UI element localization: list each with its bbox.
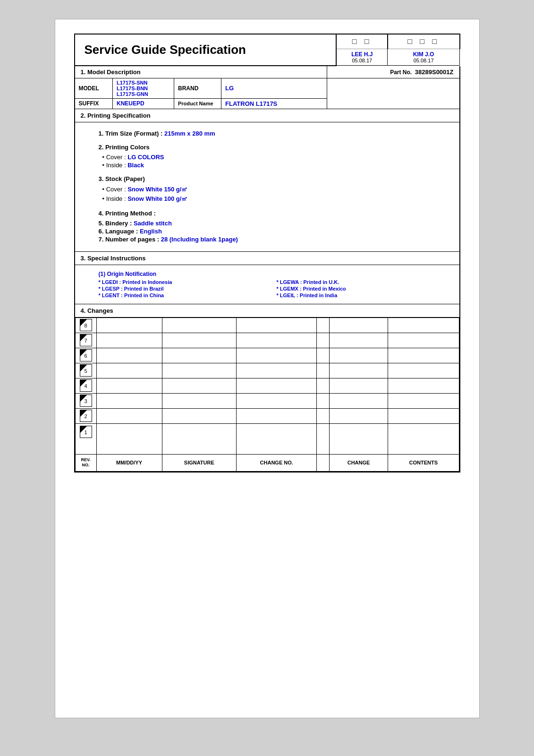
suffix-row: SUFFIX KNEUEPD Product Name FLATRON L171… xyxy=(75,98,327,109)
change-cell-1 xyxy=(330,423,388,454)
item2-inside: • Inside : Black xyxy=(102,162,445,169)
rev-cell-6: 6 xyxy=(75,348,96,363)
rev-cell-7: 7 xyxy=(75,333,96,348)
rev-cell-8: 8 xyxy=(75,318,96,333)
page: Service Guide Specification □ □ □ □ □ LE… xyxy=(55,19,480,718)
table-row: 2 xyxy=(75,408,459,423)
empty-cell-6 xyxy=(317,348,330,363)
col-header-mmddyy: MM/DD/YY xyxy=(96,454,162,471)
changeno-cell-3 xyxy=(237,393,317,408)
change-cell-7 xyxy=(330,333,388,348)
col-header-empty xyxy=(317,454,330,471)
empty-cell-7 xyxy=(317,333,330,348)
approver1-block: LEE H.J 05.08.17 xyxy=(336,49,387,66)
contents-cell-3 xyxy=(388,393,459,408)
origin-lgemx: * LGEMX : Printed in Mexico xyxy=(277,286,445,292)
section3: 3. Special Instructions (1) Origin Notif… xyxy=(75,252,459,304)
empty-cell-4 xyxy=(317,378,330,393)
change-cell-5 xyxy=(330,363,388,378)
contents-cell-8 xyxy=(388,318,459,333)
empty-cell-3 xyxy=(317,393,330,408)
contents-cell-6 xyxy=(388,348,459,363)
empty-cell-2 xyxy=(317,408,330,423)
col-header-change: CHANGE xyxy=(330,454,388,471)
item3-header: 3. Stock (Paper) xyxy=(99,175,445,182)
model-brand-area: MODEL L1717S-SNNL1717S-BNNL1717S-GNN BRA… xyxy=(75,78,327,109)
contents-cell-7 xyxy=(388,333,459,348)
table-row: 6 xyxy=(75,348,459,363)
header-table: Service Guide Specification □ □ □ □ □ LE… xyxy=(74,34,460,66)
item4: 4. Printing Method : xyxy=(99,210,445,217)
product-name-label: Product Name xyxy=(174,98,221,109)
contents-cell-2 xyxy=(388,408,459,423)
item6: 6. Language : English xyxy=(99,228,445,235)
changeno-cell-4 xyxy=(237,378,317,393)
col-header-signature: SIGNATURE xyxy=(162,454,236,471)
model-inner-table: MODEL L1717S-SNNL1717S-BNNL1717S-GNN BRA… xyxy=(75,78,327,109)
item3-cover: • Cover : Snow White 150 g/㎡ xyxy=(102,185,445,194)
contents-cell-5 xyxy=(388,363,459,378)
item3-inside: • Inside : Snow White 100 g/㎡ xyxy=(102,195,445,203)
changeno-cell-1 xyxy=(237,423,317,454)
change-cell-2 xyxy=(330,408,388,423)
date-cell-6 xyxy=(96,348,162,363)
sig-cell-4 xyxy=(162,378,236,393)
sig-cell-2 xyxy=(162,408,236,423)
changeno-cell-2 xyxy=(237,408,317,423)
table-row: 1 xyxy=(75,423,459,454)
change-cell-4 xyxy=(330,378,388,393)
change-cell-3 xyxy=(330,393,388,408)
col-header-changeno: CHANGE NO. xyxy=(237,454,317,471)
date-cell-8 xyxy=(96,318,162,333)
origin-lgedi: * LGEDI : Printed in Indonesia xyxy=(99,279,267,285)
changeno-cell-5 xyxy=(237,363,317,378)
date-cell-5 xyxy=(96,363,162,378)
rev-cell-2: 2 xyxy=(75,408,96,423)
rev-cell-1: 1 xyxy=(75,423,96,454)
table-row: 3 xyxy=(75,393,459,408)
approval-icons-1: □ □ xyxy=(336,34,387,49)
brand-label: BRAND xyxy=(174,78,221,99)
main-content: 1. Model Description Part No. 38289S0001… xyxy=(74,66,460,472)
empty-cell-8 xyxy=(317,318,330,333)
part-no-spacer xyxy=(327,78,459,109)
contents-cell-4 xyxy=(388,378,459,393)
section2: 2. Printing Specification 1. Trim Size (… xyxy=(75,109,459,252)
date-cell-7 xyxy=(96,333,162,348)
approval-icons-2: □ □ □ xyxy=(388,34,460,49)
changes-table: 8 7 xyxy=(75,318,459,472)
origin-lgeil: * LGEIL : Printed in India xyxy=(277,292,445,298)
section2-title: 2. Printing Specification xyxy=(75,109,459,122)
approver2-block: KIM J.O 05.08.17 xyxy=(388,49,460,66)
changeno-cell-6 xyxy=(237,348,317,363)
origin-title: (1) Origin Notification xyxy=(99,271,445,277)
suffix-label: SUFFIX xyxy=(75,98,113,109)
rev-cell-3: 3 xyxy=(75,393,96,408)
model-label: MODEL xyxy=(75,78,113,99)
date-cell-3 xyxy=(96,393,162,408)
changeno-cell-8 xyxy=(237,318,317,333)
rev-cell-4: 4 xyxy=(75,378,96,393)
product-name-value: FLATRON L1717S xyxy=(221,98,327,109)
empty-cell-1 xyxy=(317,423,330,454)
sig-cell-5 xyxy=(162,363,236,378)
sig-cell-7 xyxy=(162,333,236,348)
date-cell-4 xyxy=(96,378,162,393)
table-row: 7 xyxy=(75,333,459,348)
empty-cell-5 xyxy=(317,363,330,378)
sig-cell-8 xyxy=(162,318,236,333)
suffix-value: KNEUEPD xyxy=(113,98,174,109)
section2-content: 1. Trim Size (Format) : 215mm x 280 mm 2… xyxy=(75,122,459,252)
sig-cell-1 xyxy=(162,423,236,454)
col-header-rev: REV.NO. xyxy=(75,454,96,471)
rev-cell-5: 5 xyxy=(75,363,96,378)
table-row: 5 xyxy=(75,363,459,378)
section4-title: 4. Changes xyxy=(75,304,459,318)
sig-cell-6 xyxy=(162,348,236,363)
item5: 5. Bindery : Saddle stitch xyxy=(99,220,445,227)
model-row: MODEL L1717S-SNNL1717S-BNNL1717S-GNN BRA… xyxy=(75,78,327,99)
change-cell-8 xyxy=(330,318,388,333)
item2-header: 2. Printing Colors xyxy=(99,144,445,151)
change-cell-6 xyxy=(330,348,388,363)
date-cell-1 xyxy=(96,423,162,454)
